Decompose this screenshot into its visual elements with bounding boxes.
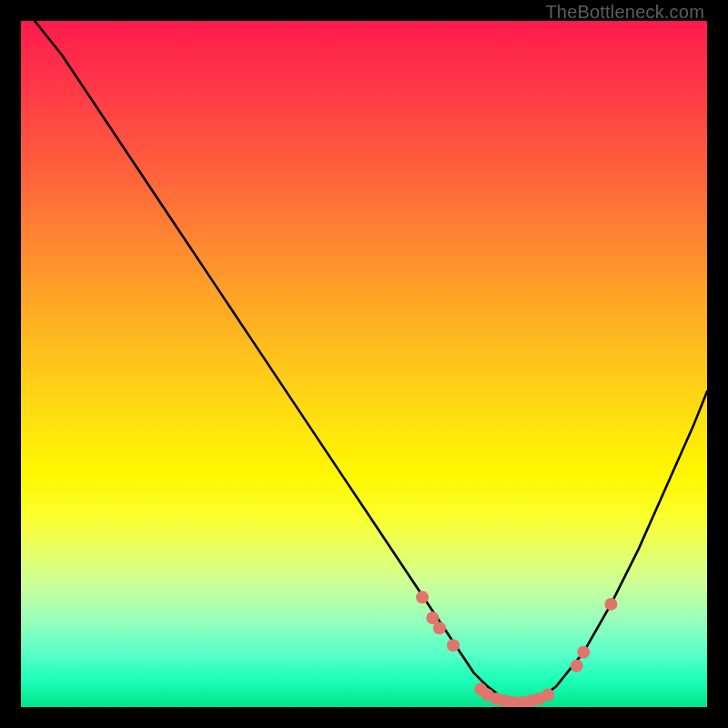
attribution-text: TheBottleneck.com [545,2,704,23]
chart-container: TheBottleneck.com [0,0,728,728]
gradient-background [21,21,707,707]
plot-area [21,21,707,707]
